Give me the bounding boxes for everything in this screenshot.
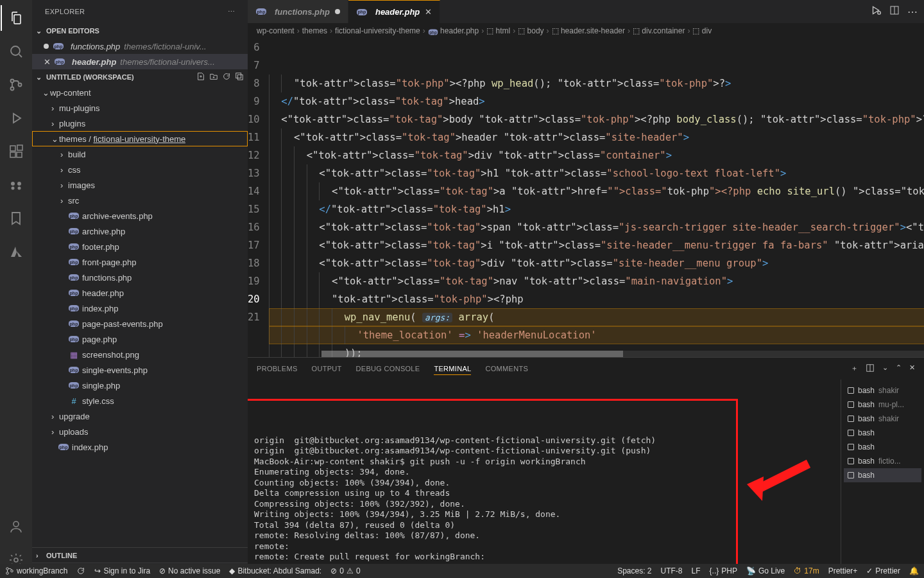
split-terminal-icon[interactable]	[866, 363, 875, 374]
horizontal-scrollbar[interactable]	[321, 351, 924, 357]
terminal-session[interactable]: bashshakir	[844, 383, 921, 398]
maximize-icon[interactable]: ⌃	[896, 363, 902, 374]
eol-status[interactable]: LF	[692, 566, 701, 575]
language-status[interactable]: {..} PHP	[710, 566, 737, 575]
breadcrumb-item[interactable]: ⬚ body	[518, 26, 543, 35]
new-file-icon[interactable]	[196, 72, 205, 82]
notifications-icon[interactable]: 🔔	[909, 566, 919, 575]
tree-folder[interactable]: ›mu-plugins	[32, 100, 248, 116]
tree-file[interactable]: footer.php	[32, 239, 248, 254]
terminal-session[interactable]: bash	[844, 426, 921, 440]
new-terminal-icon[interactable]: ＋	[851, 363, 858, 374]
svg-point-2	[11, 87, 14, 91]
breadcrumb-item[interactable]: wp-content	[257, 26, 295, 35]
editor-tab[interactable]: functions.php	[248, 0, 348, 23]
timer-status[interactable]: ⏱ 17m	[794, 566, 819, 575]
tree-file[interactable]: front-page.php	[32, 254, 248, 270]
tree-file[interactable]: header.php	[32, 285, 248, 301]
terminal-session[interactable]: bash	[844, 440, 921, 454]
activity-search-icon[interactable]	[1, 39, 31, 64]
branch-status[interactable]: workingBranch	[5, 566, 67, 575]
panel-tab[interactable]: PROBLEMS	[257, 363, 298, 375]
problems-status[interactable]: ⊘ 0 ⚠ 0	[330, 566, 360, 575]
code-editor[interactable]: 6789101112131415161718192021 "tok-attr">…	[248, 39, 924, 357]
terminal-session[interactable]: bashshakir	[844, 412, 921, 426]
open-editor-item[interactable]: ✕header.phpthemes/fictional-univers...	[32, 54, 248, 69]
panel-tab[interactable]: TERMINAL	[434, 363, 471, 375]
activity-extensions-icon[interactable]	[1, 139, 31, 164]
prettier-status[interactable]: ✓ Prettier	[866, 566, 900, 575]
tree-file[interactable]: page.php	[32, 331, 248, 347]
breadcrumbs[interactable]: wp-content›themes›fictional-university-t…	[248, 23, 924, 39]
activity-copilot-icon[interactable]	[1, 172, 31, 198]
jira-status[interactable]: ↪ Sign in to Jira	[94, 566, 150, 575]
refresh-icon[interactable]	[222, 72, 231, 82]
editor-tab[interactable]: header.php✕	[348, 0, 440, 23]
tree-file[interactable]: page-past-events.php	[32, 316, 248, 331]
collapse-icon[interactable]	[235, 72, 244, 82]
activity-scm-icon[interactable]	[1, 72, 31, 98]
breadcrumb-item[interactable]: themes	[302, 26, 327, 35]
tree-folder[interactable]: ⌄wp-content	[32, 85, 248, 100]
tree-file[interactable]: ▦screenshot.png	[32, 347, 248, 362]
open-editors-header[interactable]: ⌄ OPEN EDITORS	[32, 23, 248, 39]
tree-folder[interactable]: ›plugins	[32, 116, 248, 131]
panel-tab[interactable]: OUTPUT	[312, 363, 342, 375]
tree-file[interactable]: single-events.php	[32, 362, 248, 378]
outline-header[interactable]: › OUTLINE	[32, 547, 248, 563]
breadcrumb-item[interactable]: ⬚ div	[692, 26, 712, 35]
breadcrumb-item[interactable]: fictional-university-theme	[335, 26, 420, 35]
terminal-session[interactable]: bashmu-pl...	[844, 398, 921, 412]
encoding-status[interactable]: UTF-8	[661, 566, 683, 575]
issue-status[interactable]: ⊘ No active issue	[159, 566, 220, 575]
spaces-status[interactable]: Spaces: 2	[617, 566, 651, 575]
tree-file[interactable]: archive.php	[32, 223, 248, 239]
tree-file[interactable]: index.php	[32, 301, 248, 316]
more-icon[interactable]: ⋯	[228, 8, 235, 16]
breadcrumb-item[interactable]: ⬚ div.container	[633, 26, 685, 35]
tree-folder-themes[interactable]: ⌄themes / fictional-university-theme	[32, 131, 248, 146]
tree-folder[interactable]: ›src	[32, 193, 248, 208]
activity-debug-icon[interactable]	[1, 105, 31, 131]
tree-file[interactable]: #style.css	[32, 393, 248, 408]
terminal-session[interactable]: bash	[844, 468, 921, 482]
terminal-session[interactable]: bashfictio...	[844, 454, 921, 468]
tree-folder[interactable]: ›uploads	[32, 424, 248, 439]
editor-tabs: functions.phpheader.php✕ ⋯	[248, 0, 924, 23]
terminal-icon	[848, 472, 854, 478]
tree-file[interactable]: index.php	[32, 439, 248, 455]
tree-folder[interactable]: ›images	[32, 177, 248, 193]
tree-file[interactable]: archive-events.php	[32, 208, 248, 223]
close-icon[interactable]: ✕	[425, 7, 432, 17]
breadcrumb-item[interactable]: header.php	[428, 26, 479, 35]
chevron-down-icon[interactable]: ⌄	[882, 363, 888, 374]
close-icon[interactable]: ✕	[909, 363, 915, 374]
tree-folder[interactable]: ›upgrade	[32, 408, 248, 424]
prettier-plus-status[interactable]: Prettier+	[828, 566, 858, 575]
sync-status[interactable]	[76, 566, 85, 575]
tree-file[interactable]: functions.php	[32, 270, 248, 285]
panel-tab[interactable]: DEBUG CONSOLE	[356, 363, 420, 375]
chevron-right-icon: ›	[36, 552, 44, 559]
svg-rect-6	[17, 152, 22, 157]
split-icon[interactable]	[889, 5, 900, 18]
golive-status[interactable]: 📡 Go Live	[746, 566, 785, 575]
workspace-header[interactable]: ⌄ UNTITLED (WORKSPACE)	[32, 69, 248, 85]
open-editor-item[interactable]: functions.phpthemes/fictional-univ...	[32, 39, 248, 54]
run-icon[interactable]	[870, 4, 882, 19]
chevron-right-icon: ›	[60, 150, 68, 159]
new-folder-icon[interactable]	[209, 72, 218, 82]
tree-folder[interactable]: ›build	[32, 146, 248, 162]
more-icon[interactable]: ⋯	[907, 6, 918, 18]
activity-explorer-icon[interactable]	[1, 5, 31, 31]
bitbucket-status[interactable]: ◆ Bitbucket: Abdul Samad:	[229, 566, 321, 575]
breadcrumb-item[interactable]: ⬚ html	[486, 26, 510, 35]
activity-atlassian-icon[interactable]	[1, 239, 31, 265]
panel-tab[interactable]: COMMENTS	[485, 363, 528, 375]
tree-folder[interactable]: ›css	[32, 162, 248, 177]
tree-file[interactable]: single.php	[32, 378, 248, 393]
breadcrumb-item[interactable]: ⬚ header.site-header	[552, 26, 625, 35]
activity-account-icon[interactable]	[1, 514, 31, 539]
activity-bookmark-icon[interactable]	[1, 206, 31, 231]
terminal-output[interactable]: origin git@bitbucket.org:asamad9134/wp-c…	[248, 380, 841, 578]
